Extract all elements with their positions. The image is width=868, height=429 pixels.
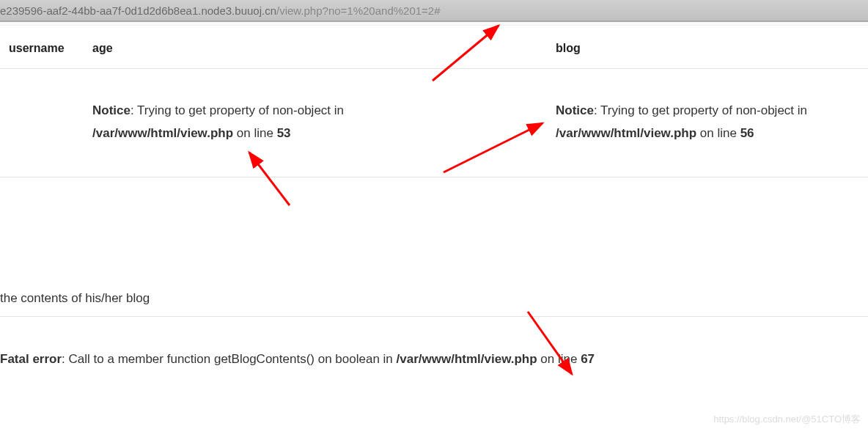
fatal-line: 67 bbox=[581, 352, 595, 366]
fatal-msg: : Call to a member function getBlogConte… bbox=[62, 352, 396, 366]
url-domain: e239596-aaf2-44bb-aa7f-0d1d2d6b8ea1.node… bbox=[0, 4, 276, 17]
cell-age-notice: Notice: Trying to get property of non-ob… bbox=[87, 100, 550, 144]
fatal-online: on line bbox=[537, 352, 581, 366]
notice-label: Notice bbox=[92, 103, 130, 117]
browser-address-bar[interactable]: e239596-aaf2-44bb-aa7f-0d1d2d6b8ea1.node… bbox=[0, 0, 868, 22]
table-row: Notice: Trying to get property of non-ob… bbox=[0, 69, 868, 177]
notice-line: 56 bbox=[740, 126, 754, 140]
col-header-username: username bbox=[0, 42, 87, 55]
col-header-age: age bbox=[87, 42, 550, 55]
cell-blog-notice: Notice: Trying to get property of non-ob… bbox=[550, 100, 868, 144]
fatal-path: /var/www/html/view.php bbox=[397, 352, 537, 366]
notice-online: on line bbox=[233, 126, 277, 140]
col-header-blog: blog bbox=[550, 42, 868, 55]
url-path: /view.php?no=1%20and%201=2# bbox=[276, 4, 441, 17]
fatal-error: Fatal error: Call to a member function g… bbox=[0, 352, 868, 367]
notice-msg: : Trying to get property of non-object i… bbox=[130, 103, 344, 117]
blog-contents-label: the contents of his/her blog bbox=[0, 291, 868, 317]
notice-msg: : Trying to get property of non-object i… bbox=[594, 103, 807, 117]
notice-line: 53 bbox=[277, 126, 291, 140]
fatal-label: Fatal error bbox=[0, 352, 62, 366]
watermark: https://blog.csdn.net/@51CTO博客 bbox=[713, 413, 861, 426]
notice-path: /var/www/html/view.php bbox=[92, 126, 233, 140]
notice-label: Notice bbox=[556, 103, 594, 117]
table-header: username age blog bbox=[0, 26, 868, 69]
notice-path: /var/www/html/view.php bbox=[556, 126, 696, 140]
notice-online: on line bbox=[696, 126, 740, 140]
